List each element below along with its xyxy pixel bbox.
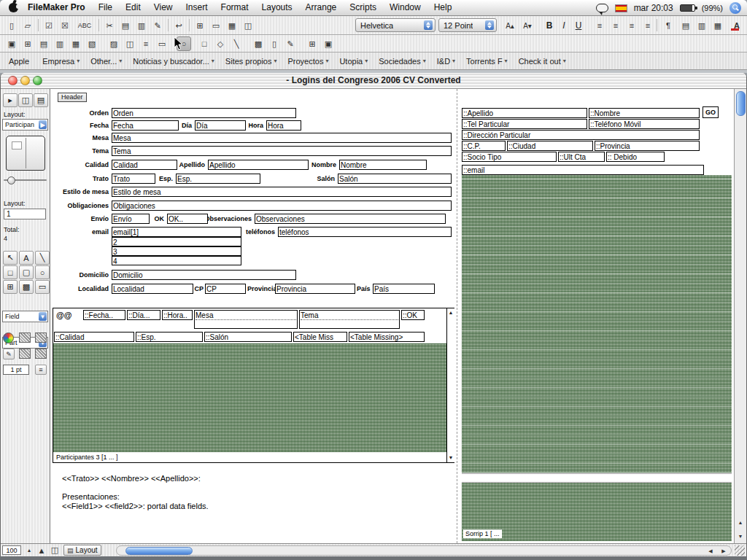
field-salon[interactable]: Salón [338, 174, 452, 184]
open-file-icon[interactable]: ▱ [20, 18, 35, 33]
field-rel-cp[interactable]: ::C.P. [462, 141, 506, 151]
field-ok[interactable]: OK.. [167, 214, 208, 224]
rectangle-tool[interactable]: □ [3, 265, 18, 279]
field-obligaciones[interactable]: Obligaciones [112, 201, 452, 211]
outline-icon[interactable]: ▦ [711, 18, 725, 33]
line-spacing-icon[interactable]: ▤ [678, 18, 693, 33]
bookmark-iyd[interactable]: I&D [437, 57, 455, 66]
text-tool[interactable]: A [19, 251, 34, 265]
line-tool[interactable]: ╲ [35, 251, 50, 265]
object-effects-swatch[interactable] [35, 332, 47, 343]
pen-width-popup[interactable]: 1 pt [3, 365, 29, 375]
pen-pattern-swatch[interactable] [19, 349, 31, 359]
copy-icon[interactable]: ▤ [118, 18, 133, 33]
menu-edit[interactable]: Edit [119, 0, 147, 15]
italic-button[interactable]: I [557, 18, 570, 33]
align-left-icon[interactable]: ≡ [592, 18, 607, 33]
field-estilo-de-mesa[interactable]: Estilo de mesa [112, 187, 452, 197]
portal-field-hora[interactable]: ::Hora.. [162, 310, 193, 320]
field-rel-email[interactable]: ::email [462, 165, 704, 175]
field-localidad[interactable]: Localidad [112, 284, 193, 294]
menu-help[interactable]: Help [427, 0, 459, 15]
field-rel-ciudad[interactable]: ::Ciudad [507, 141, 593, 151]
search-icon[interactable] [729, 2, 741, 14]
field-rel-telefono-movil[interactable]: ::Teléfono Móvil [589, 119, 700, 129]
vertical-scrollbar[interactable]: ▲ ▼ [734, 89, 746, 543]
line-style-icon[interactable]: ≡ [35, 365, 47, 375]
portal-field-tema[interactable]: Tema [299, 310, 400, 329]
book-navigator[interactable] [6, 136, 45, 171]
lock-object-icon[interactable]: ▭ [155, 36, 169, 51]
field-rel-apellido[interactable]: ::Apellido [462, 108, 587, 118]
undo-icon[interactable]: ↩ [171, 18, 186, 33]
duplicate-icon[interactable]: ⊞ [305, 36, 320, 51]
underline-button[interactable]: U [572, 18, 585, 33]
field-fecha[interactable]: Fecha [112, 120, 179, 131]
ruler-icon[interactable]: ▯ [267, 36, 282, 51]
bold-button[interactable]: B [543, 18, 556, 33]
new-document-icon[interactable]: ▯ [4, 18, 19, 33]
horizontal-scrollbar[interactable]: ◀ ▶ [116, 545, 732, 556]
record-slider[interactable] [4, 176, 47, 184]
value-list-icon[interactable]: ▧ [85, 36, 99, 51]
zoom-out-icon[interactable]: ▴ [24, 545, 34, 555]
menu-scripts[interactable]: Scripts [343, 0, 383, 15]
bookmark-sociedades[interactable]: Sociedades [379, 57, 426, 66]
portal-tool-icon[interactable]: ▤ [36, 36, 51, 51]
insert-part-icon[interactable]: ▦ [225, 18, 239, 33]
oval-tool[interactable]: ○ [35, 265, 50, 279]
fill-pattern-swatch[interactable] [19, 332, 31, 343]
field-rel-nombre[interactable]: ::Nombre [589, 108, 700, 118]
window-title-bar[interactable]: - Logins del Congreso 2006 CV Converted [1, 73, 746, 89]
field-email-3[interactable]: 3 [112, 246, 241, 256]
field-email-2[interactable]: 2 [112, 237, 241, 246]
button-tool-icon[interactable]: ▦ [69, 36, 83, 51]
status-tool-1-icon[interactable]: ▸ [3, 93, 18, 107]
field-nombre[interactable]: Nombre [339, 160, 427, 170]
spanish-flag-icon[interactable] [615, 4, 627, 12]
menu-clock[interactable]: mar 20:03 [634, 3, 673, 13]
mode-popup[interactable]: ▤ Layout [63, 545, 101, 556]
increase-size-icon[interactable]: A▴ [502, 18, 518, 33]
part-label-header[interactable]: Header [58, 93, 87, 102]
bookmark-empresa[interactable]: Empresa [42, 57, 80, 66]
field-orden[interactable]: Orden [112, 108, 296, 118]
scroll-up-button[interactable]: ▲ [735, 516, 746, 529]
portal-scroll-down-icon[interactable]: ▼ [447, 455, 454, 461]
menu-arrange[interactable]: Arrange [299, 0, 344, 15]
field-cp[interactable]: CP [205, 284, 246, 294]
battery-icon[interactable] [680, 4, 695, 12]
bookmark-sites-propios[interactable]: Sites propios [225, 57, 277, 66]
portal-field-mesa[interactable]: Mesa [194, 310, 298, 329]
menu-view[interactable]: View [147, 0, 179, 15]
font-family-popup[interactable]: Helvetica [355, 18, 436, 32]
bring-front-icon[interactable]: □ [197, 36, 212, 51]
field-provincia[interactable]: Provincia [275, 284, 355, 294]
menu-app-name[interactable]: FileMaker Pro [21, 0, 92, 15]
bookmark-checkitout[interactable]: Check it out [519, 57, 566, 66]
checkbox-off-icon[interactable]: ☒ [58, 18, 72, 33]
define-fields-icon[interactable]: ▣ [321, 36, 336, 51]
participantes-portal[interactable]: @@ ::Fecha.. ::Día... ::Hora.. Mesa Tema… [53, 308, 454, 463]
tab-control-tool[interactable]: ▭ [35, 280, 50, 294]
bookmark-other[interactable]: Other... [90, 57, 122, 66]
field-apellido[interactable]: Apellido [208, 160, 309, 170]
portal-field-dia[interactable]: ::Día... [127, 310, 160, 320]
menu-format[interactable]: Format [214, 0, 255, 15]
status-tool-2-icon[interactable]: ◫ [18, 93, 33, 107]
zoom-in-icon[interactable]: ▲ [36, 545, 47, 555]
align-justify-icon[interactable]: ≡ [640, 18, 655, 33]
field-mesa[interactable]: Mesa [112, 133, 452, 143]
pen-tool-icon[interactable]: ✎ [3, 349, 15, 359]
fill-color-wheel-icon[interactable] [3, 332, 14, 343]
portal-field-ok[interactable]: ::OK [401, 310, 425, 320]
field-dia[interactable]: Día [195, 120, 246, 131]
bookmark-proyectos[interactable]: Proyectos [287, 57, 328, 66]
menu-window[interactable]: Window [383, 0, 427, 15]
vertical-scroll-thumb[interactable] [736, 91, 746, 116]
paragraph-icon[interactable]: ¶ [661, 18, 676, 33]
spelling-icon[interactable]: ABC [74, 18, 96, 33]
bookmark-torrents[interactable]: Torrents F [466, 57, 508, 66]
pointer-tool[interactable]: ↖ [3, 251, 18, 265]
field-hora[interactable]: Hora [266, 120, 301, 131]
